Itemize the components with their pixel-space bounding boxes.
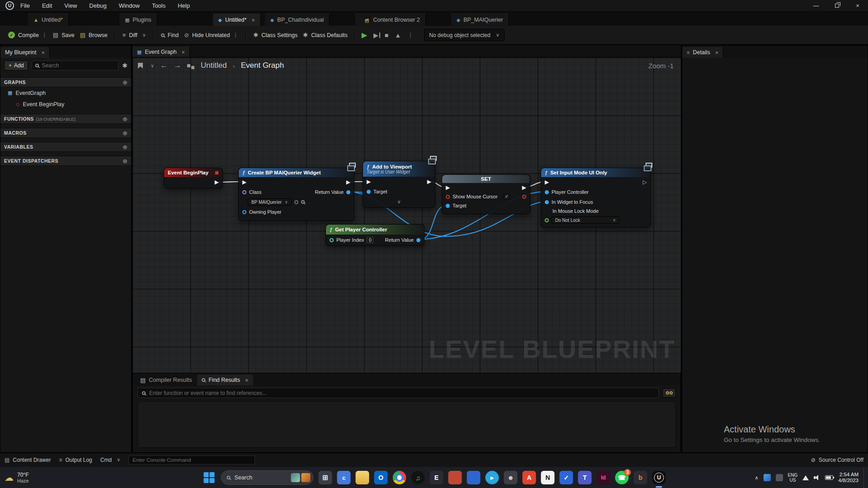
class-pin[interactable] bbox=[242, 190, 246, 194]
blueprint-search-input[interactable] bbox=[42, 62, 115, 69]
find-references-input[interactable] bbox=[149, 390, 654, 396]
app-blue-icon[interactable] bbox=[467, 471, 481, 484]
find-button[interactable]: Find bbox=[158, 28, 181, 42]
tab-content-browser-2[interactable]: ▤ Content Browser 2 bbox=[355, 14, 426, 26]
tab-untitled-level[interactable]: ▲ Untitled* bbox=[28, 14, 69, 26]
menu-window[interactable]: Window bbox=[119, 2, 140, 9]
bookmark-flag-icon[interactable] bbox=[138, 63, 143, 69]
debug-object-dropdown[interactable]: No debug object selected ∨ bbox=[424, 29, 505, 41]
node-set-show-mouse-cursor[interactable]: SET ▶ ▶ Show Mouse Cursor Target bbox=[442, 174, 530, 214]
use-asset-icon[interactable] bbox=[294, 200, 298, 204]
hide-unrelated-button[interactable]: ⊘ Hide Unrelated bbox=[181, 28, 232, 42]
play-options-icon[interactable]: ⋮ bbox=[407, 32, 413, 38]
minimize-button[interactable]: — bbox=[806, 0, 826, 12]
content-drawer-button[interactable]: ▤ Content Drawer bbox=[5, 457, 51, 463]
add-variable-icon[interactable]: ⊕ bbox=[123, 144, 127, 150]
section-graphs[interactable]: GRAPHS ⊕ bbox=[0, 77, 131, 87]
target-pin[interactable] bbox=[446, 204, 450, 208]
app-red-icon[interactable] bbox=[448, 471, 462, 484]
unreal-logo-icon[interactable] bbox=[5, 1, 14, 10]
telegram-icon[interactable]: ▸ bbox=[486, 471, 499, 484]
taskbar-search[interactable]: Search bbox=[221, 470, 314, 485]
node-set-input-mode-ui-only[interactable]: ƒ Set Input Mode UI Only ▶ ▷ Player Cont… bbox=[541, 168, 651, 227]
class-settings-button[interactable]: ✱ Class Settings bbox=[250, 28, 300, 42]
app-orange-icon[interactable]: b bbox=[634, 471, 647, 484]
exec-out-pin[interactable]: ▶ bbox=[215, 179, 219, 185]
node-get-player-controller[interactable]: ƒ Get Player Controller Player Index 0 R… bbox=[326, 224, 425, 246]
file-explorer-icon[interactable] bbox=[356, 471, 369, 484]
tab-bp-maiquerier[interactable]: ◆ BP_MAIQuerier bbox=[451, 14, 509, 26]
task-view-icon[interactable]: ⊞ bbox=[319, 471, 332, 484]
tab-untitled-blueprint[interactable]: ◆ Untitled* × bbox=[213, 14, 261, 26]
exec-out-pin[interactable]: ▷ bbox=[643, 179, 647, 185]
save-button[interactable]: ▤ Save bbox=[50, 28, 77, 42]
add-macro-icon[interactable]: ⊕ bbox=[123, 130, 127, 136]
tree-item-eventgraph[interactable]: ▦ EventGraph bbox=[0, 87, 131, 99]
mouse-lock-mode-pin[interactable] bbox=[545, 218, 549, 222]
node-create-widget[interactable]: ƒ Create BP MAIQuerier Widget ▶ ▶ Class … bbox=[238, 168, 354, 221]
todo-icon[interactable]: ✓ bbox=[560, 471, 573, 484]
close-panel-icon[interactable]: × bbox=[41, 49, 45, 56]
target-pin[interactable] bbox=[367, 190, 371, 194]
console-command-field[interactable] bbox=[128, 455, 255, 465]
close-tab-icon[interactable]: × bbox=[251, 17, 255, 23]
tray-mic-icon[interactable] bbox=[776, 474, 783, 481]
section-event-dispatchers[interactable]: EVENT DISPATCHERS ⊕ bbox=[0, 156, 131, 166]
nav-forward-icon[interactable]: → bbox=[174, 61, 181, 70]
epic-games-icon[interactable]: E bbox=[430, 471, 443, 484]
console-command-input[interactable] bbox=[132, 457, 251, 463]
blueprint-search[interactable] bbox=[32, 61, 118, 70]
weather-widget[interactable]: ☁ 70°F Haze bbox=[5, 467, 29, 488]
tab-event-graph[interactable]: ▦ Event Graph × bbox=[132, 47, 190, 57]
browse-button[interactable]: ▤ Browse bbox=[77, 28, 110, 42]
mouse-lock-mode-dropdown[interactable]: Do Not Lock ∨ bbox=[552, 216, 619, 224]
section-functions[interactable]: FUNCTIONS (19 OVERRIDABLE) ⊕ bbox=[0, 114, 131, 124]
spotify-icon[interactable]: ♫ bbox=[411, 471, 425, 484]
add-dispatcher-icon[interactable]: ⊕ bbox=[123, 158, 127, 164]
expand-advanced-icon[interactable]: ∨ bbox=[367, 199, 431, 205]
battery-icon[interactable] bbox=[825, 475, 833, 480]
close-panel-icon[interactable]: × bbox=[245, 377, 249, 384]
tab-find-results[interactable]: Find Results × bbox=[197, 375, 253, 385]
source-control-button[interactable]: ⊘ Source Control Off bbox=[811, 457, 863, 463]
chevron-down-icon[interactable]: ∨ bbox=[151, 63, 154, 69]
show-mouse-cursor-pin[interactable] bbox=[446, 195, 450, 199]
exec-out-pin[interactable]: ▶ bbox=[427, 179, 431, 184]
output-log-button[interactable]: ≡ Output Log bbox=[59, 457, 92, 463]
compile-button[interactable]: ✓ Compile bbox=[5, 28, 42, 42]
panel-settings-gear-icon[interactable]: ✱ bbox=[122, 62, 127, 69]
chrome-icon[interactable] bbox=[393, 471, 406, 484]
menu-edit[interactable]: Edit bbox=[42, 2, 52, 9]
restore-button[interactable] bbox=[826, 0, 847, 12]
unreal-engine-icon[interactable]: U bbox=[652, 471, 666, 484]
class-defaults-button[interactable]: ✱ Class Defaults bbox=[300, 28, 350, 42]
player-controller-pin[interactable] bbox=[545, 190, 549, 194]
whatsapp-icon[interactable]: ☎3 bbox=[615, 471, 629, 484]
menu-help[interactable]: Help bbox=[178, 2, 190, 9]
add-button[interactable]: + Add bbox=[4, 61, 28, 70]
start-button[interactable] bbox=[203, 471, 216, 484]
tray-app-icon[interactable] bbox=[764, 474, 771, 481]
notion-icon[interactable]: N bbox=[541, 471, 555, 484]
owning-player-pin[interactable] bbox=[242, 210, 246, 214]
tree-item-event-beginplay[interactable]: ◇ Event BeginPlay bbox=[0, 99, 131, 110]
show-desktop-button[interactable] bbox=[863, 467, 865, 488]
menu-debug[interactable]: Debug bbox=[89, 2, 106, 9]
tab-my-blueprint[interactable]: My Blueprint × bbox=[0, 47, 50, 58]
node-event-beginplay[interactable]: Event BeginPlay ▶ bbox=[164, 168, 223, 188]
find-results-list[interactable] bbox=[137, 401, 676, 448]
hidden-icons-chevron-icon[interactable]: ∧ bbox=[755, 475, 759, 481]
return-value-pin[interactable] bbox=[346, 190, 350, 194]
exec-in-pin[interactable]: ▶ bbox=[367, 179, 371, 184]
exec-in-pin[interactable]: ▶ bbox=[242, 179, 246, 185]
player-index-input[interactable]: 0 bbox=[367, 237, 373, 243]
language-switcher[interactable]: ENG US bbox=[788, 473, 798, 483]
value-out-pin[interactable] bbox=[522, 195, 526, 199]
teams-icon[interactable]: T bbox=[578, 471, 592, 484]
indesign-icon[interactable]: Id bbox=[597, 471, 610, 484]
close-panel-icon[interactable]: × bbox=[182, 49, 185, 56]
hide-unrelated-options-icon[interactable]: ⋮ bbox=[232, 32, 238, 38]
close-button[interactable]: × bbox=[847, 0, 868, 12]
exec-out-pin[interactable]: ▶ bbox=[346, 179, 350, 185]
class-select-dropdown[interactable]: BP MAIQuerier ∨ bbox=[248, 198, 292, 206]
